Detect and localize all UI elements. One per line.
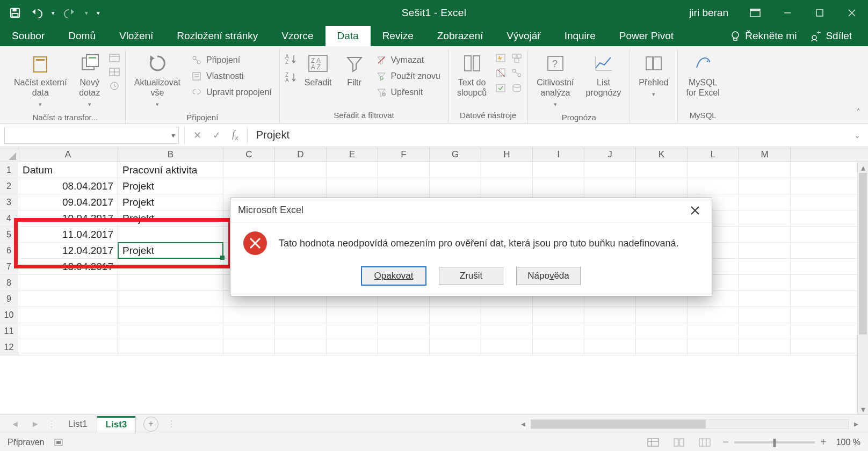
forecast-sheet-button[interactable]: List prognózy [583,50,625,100]
new-sheet-button[interactable]: ＋ [143,417,158,432]
cell[interactable] [18,339,118,355]
close-button[interactable] [836,0,868,26]
cell[interactable] [584,178,636,194]
user-name[interactable]: jiri beran [689,7,728,19]
cell[interactable] [688,162,739,178]
scroll-right-button[interactable]: ▸ [851,419,862,430]
dialog-close-button[interactable] [686,201,704,220]
cell[interactable] [275,323,327,339]
hscroll-thumb[interactable] [531,420,706,428]
sheet-nav-prev[interactable]: ◄ [6,419,24,429]
cell[interactable]: 11.04.2017 [18,227,118,242]
cell[interactable] [430,162,481,178]
redo-button[interactable] [60,3,79,23]
cancel-edit-button[interactable]: ✕ [190,128,204,142]
cell[interactable] [636,162,688,178]
cell[interactable] [739,339,791,355]
cell[interactable] [327,323,378,339]
cell[interactable] [223,307,275,323]
cell[interactable] [739,227,791,242]
cell[interactable] [481,178,533,194]
cell[interactable] [533,323,584,339]
cell[interactable] [118,227,223,242]
cell[interactable] [739,323,791,339]
tab-inquire[interactable]: Inquire [553,26,607,46]
cell[interactable] [584,339,636,355]
row-header[interactable]: 2 [0,178,18,194]
zoom-out-button[interactable]: − [722,436,729,448]
cell[interactable] [275,178,327,194]
macro-record-icon[interactable] [54,438,64,447]
tab-view[interactable]: Zobrazení [425,26,495,46]
select-all-button[interactable] [0,147,18,162]
scroll-down-button[interactable]: ▾ [858,404,868,414]
cell[interactable] [430,307,481,323]
insert-function-button[interactable]: fx [229,128,242,142]
cell[interactable] [118,307,223,323]
cell[interactable] [584,323,636,339]
column-header[interactable]: I [533,147,584,162]
cell[interactable] [118,291,223,307]
cell[interactable] [18,323,118,339]
cell[interactable] [118,339,223,355]
normal-view-button[interactable] [645,436,661,449]
cell[interactable] [739,291,791,307]
cell[interactable] [739,178,791,194]
cell[interactable] [481,162,533,178]
cell[interactable] [584,307,636,323]
column-header[interactable]: E [327,147,378,162]
cell[interactable] [378,323,430,339]
cell[interactable] [327,178,378,194]
dialog-help-button[interactable]: Nápověda [516,267,581,285]
advanced-filter-button[interactable]: ⚙Upřesnit [374,86,443,99]
cell[interactable] [739,307,791,323]
ribbon-display-options[interactable] [739,0,771,26]
cell[interactable] [481,307,533,323]
row-header[interactable]: 4 [0,210,18,226]
column-header[interactable]: D [275,147,327,162]
cell[interactable] [688,339,739,355]
cell[interactable]: 13.04.2017 [18,259,118,274]
tell-me[interactable]: Řekněte mi [730,30,797,42]
cell[interactable] [223,339,275,355]
scroll-left-button[interactable]: ◂ [518,419,529,430]
cell[interactable] [378,307,430,323]
mysql-for-excel-button[interactable]: MySQL for Excel [683,50,723,100]
column-header[interactable]: F [378,147,430,162]
cell[interactable] [739,259,791,274]
text-to-columns-button[interactable]: Text do sloupců [454,50,490,100]
column-header[interactable]: L [688,147,739,162]
get-external-data-button[interactable]: Načíst externí data ▾ [11,50,70,111]
row-header[interactable]: 10 [0,307,18,323]
row-header[interactable]: 9 [0,291,18,307]
cell[interactable] [223,178,275,194]
cell[interactable] [18,291,118,307]
dialog-cancel-button[interactable]: Zrušit [439,267,503,285]
data-validation-icon[interactable] [495,83,506,93]
tab-review[interactable]: Revize [371,26,425,46]
cell[interactable] [378,339,430,355]
remove-duplicates-icon[interactable] [495,68,506,78]
tab-data[interactable]: Data [326,26,371,46]
cell[interactable] [275,339,327,355]
cell[interactable] [430,178,481,194]
zoom-level[interactable]: 100 % [836,438,860,447]
tab-home[interactable]: Domů [56,26,107,46]
cell[interactable] [584,162,636,178]
cell[interactable] [275,162,327,178]
vertical-scrollbar[interactable]: ▴ ▾ [857,162,868,414]
consolidate-icon[interactable] [511,53,522,63]
scroll-up-button[interactable]: ▴ [858,162,868,173]
row-header[interactable]: 5 [0,227,18,242]
properties-button[interactable]: Vlastnosti [189,70,274,83]
cell[interactable] [688,307,739,323]
minimize-button[interactable] [771,0,804,26]
cell[interactable] [223,323,275,339]
vscroll-thumb[interactable] [859,173,867,334]
column-header[interactable]: C [223,147,275,162]
cell[interactable]: 08.04.2017 [18,178,118,194]
tab-file[interactable]: Soubor [0,26,56,46]
row-header[interactable]: 8 [0,275,18,290]
tab-formulas[interactable]: Vzorce [270,26,325,46]
cell[interactable]: Projekt [118,178,223,194]
